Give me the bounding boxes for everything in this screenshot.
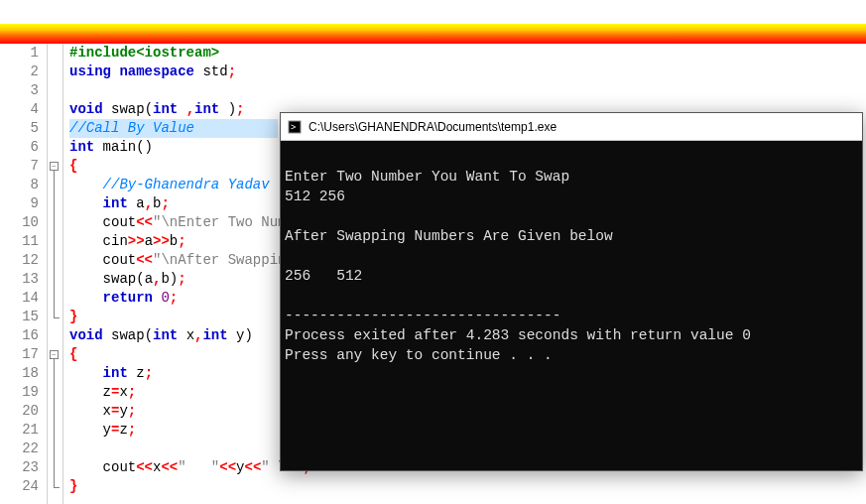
line-number: 12 <box>0 251 39 270</box>
code-line[interactable]: #include<iostream> <box>69 44 866 63</box>
line-number: 1 <box>0 44 39 63</box>
fold-toggle-icon[interactable]: − <box>50 350 59 359</box>
line-number: 20 <box>0 402 39 421</box>
line-number: 9 <box>0 194 39 213</box>
line-number: 11 <box>0 232 39 251</box>
line-number: 8 <box>0 176 39 194</box>
line-number: 6 <box>0 138 39 157</box>
console-output[interactable]: Enter Two Number You Want To Swap 512 25… <box>281 141 862 470</box>
fold-column[interactable]: −− <box>48 44 63 504</box>
line-number: 4 <box>0 100 39 119</box>
console-app-icon: > <box>287 119 303 135</box>
line-number: 18 <box>0 364 39 383</box>
console-window[interactable]: > C:\Users\GHANENDRA\Documents\temp1.exe… <box>280 112 863 471</box>
line-number: 17 <box>0 345 39 364</box>
svg-text:>: > <box>291 122 296 132</box>
fold-guide-line <box>54 171 55 317</box>
line-number-gutter: 123456789101112131415161718192021222324 <box>0 44 48 504</box>
line-number: 13 <box>0 270 39 289</box>
fold-end-icon <box>54 487 60 488</box>
console-title-text: C:\Users\GHANENDRA\Documents\temp1.exe <box>309 120 557 134</box>
code-line[interactable] <box>69 81 866 100</box>
line-number: 21 <box>0 421 39 440</box>
console-titlebar[interactable]: > C:\Users\GHANENDRA\Documents\temp1.exe <box>281 113 862 141</box>
fold-toggle-icon[interactable]: − <box>50 162 59 171</box>
line-number: 2 <box>0 63 39 81</box>
line-number: 5 <box>0 119 39 138</box>
line-number: 14 <box>0 289 39 308</box>
line-number: 7 <box>0 157 39 176</box>
code-line[interactable]: using namespace std; <box>69 63 866 81</box>
line-number: 15 <box>0 308 39 326</box>
line-number: 3 <box>0 81 39 100</box>
line-number: 24 <box>0 477 39 496</box>
line-number: 22 <box>0 440 39 458</box>
fold-guide-line <box>54 359 55 487</box>
code-line[interactable]: } <box>69 477 866 496</box>
line-number: 16 <box>0 326 39 345</box>
line-number: 10 <box>0 213 39 232</box>
gradient-header-bar <box>0 24 866 44</box>
line-number: 19 <box>0 383 39 402</box>
line-number: 23 <box>0 458 39 477</box>
fold-end-icon <box>54 317 60 318</box>
